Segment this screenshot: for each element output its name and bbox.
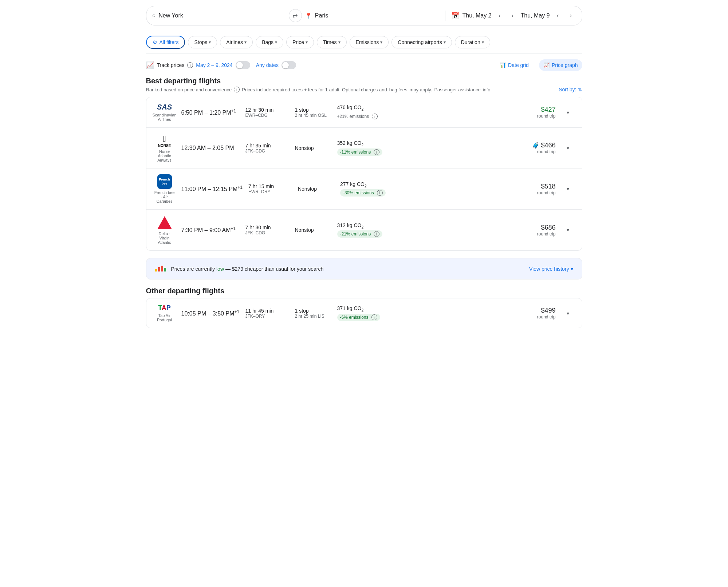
duration-chevron-icon: ▾ (482, 40, 484, 45)
stops-text: Nonstop (295, 227, 331, 233)
toggle-knob (236, 62, 243, 68)
route-text: JFK–ORY (245, 314, 289, 319)
emissions-section: 312 kg CO2 -21% emissions i (337, 222, 403, 238)
bag-fees-link[interactable]: bag fees (389, 87, 408, 92)
all-filters-button[interactable]: ⚙ All filters (146, 36, 185, 49)
track-prices-toggle[interactable] (236, 61, 250, 69)
subtitle-info-icon[interactable]: i (234, 87, 240, 92)
date-grid-button[interactable]: 📊 Date grid (495, 59, 533, 71)
emissions-section: 371 kg CO2 -6% emissions i (337, 305, 403, 321)
track-info-icon[interactable]: i (187, 62, 193, 68)
stops-chevron-icon: ▾ (209, 40, 211, 45)
times-filter-button[interactable]: Times ▾ (317, 36, 347, 48)
co2-text: 277 kg CO2 (340, 181, 406, 188)
airlines-filter-button[interactable]: Airlines ▾ (220, 36, 253, 48)
airline-name: Scandinavian Airlines (152, 113, 176, 122)
return-prev-button[interactable]: ‹ (553, 11, 563, 21)
airlines-chevron-icon: ▾ (244, 40, 247, 45)
price-label: Price (292, 39, 304, 45)
emissions-badge: -11% emissions i (337, 148, 383, 156)
svg-rect-0 (155, 269, 157, 271)
destination-text: Paris (315, 12, 328, 19)
duration-text: 7 hr 30 min (245, 225, 289, 230)
duration-section: 7 hr 15 min EWR–ORY (248, 183, 292, 194)
origin-input[interactable]: New York (158, 12, 286, 19)
airline-name: French bee · Air Caraibes (154, 190, 176, 203)
stops-section: 1 stop 2 hr 25 min LIS (295, 308, 331, 319)
return-date: Thu, May 9 (520, 12, 550, 19)
stops-detail-text: 2 hr 45 min OSL (295, 113, 331, 118)
depart-prev-button[interactable]: ‹ (494, 11, 504, 21)
expand-button[interactable]: ▾ (562, 223, 575, 237)
emissions-info-icon[interactable]: i (377, 190, 383, 196)
price-status: low (216, 266, 225, 272)
any-dates-group: Any dates (256, 61, 296, 69)
co2-text: 476 kg CO2 (337, 104, 403, 111)
swap-button[interactable]: ⇄ (289, 9, 302, 22)
duration-text: 11 hr 45 min (245, 308, 289, 314)
emissions-info-icon[interactable]: i (372, 114, 378, 119)
track-dates: May 2 – 9, 2024 (196, 62, 232, 68)
price-graph-button[interactable]: 📈 Price graph (539, 59, 582, 71)
airline-name: Delta · Virgin Atlantic (154, 231, 176, 245)
emissions-info-icon[interactable]: i (371, 314, 377, 320)
track-prices-left: 📈 Track prices i May 2 – 9, 2024 (146, 61, 250, 69)
price-chevron-icon: ▾ (306, 40, 308, 45)
price-graph-icon: 📈 (543, 62, 550, 68)
date-grid-icon: 📊 (500, 62, 506, 68)
depart-date: Thu, May 2 (462, 12, 491, 19)
price-amount: $499 (519, 307, 556, 314)
emissions-info-icon[interactable]: i (374, 149, 379, 155)
price-bar-text: Prices are currently low — $279 cheaper … (171, 266, 525, 272)
times-text: 7:30 PM – 9:00 AM+1 (181, 226, 240, 234)
passenger-link[interactable]: Passenger assistance (434, 87, 480, 92)
depart-date-group[interactable]: Thu, May 2 (462, 12, 491, 19)
any-dates-toggle[interactable] (282, 61, 296, 69)
view-price-history-button[interactable]: View price history ▾ (529, 266, 573, 272)
flight-row[interactable]: Frenchbee French bee · Air Caraibes 11:0… (146, 168, 582, 210)
stops-filter-button[interactable]: Stops ▾ (188, 36, 217, 48)
track-prices-graph-icon: 📈 (146, 61, 154, 69)
sort-by-label: Sort by: (559, 87, 576, 92)
price-filter-button[interactable]: Price ▾ (286, 36, 314, 48)
times-text: 11:00 PM – 12:15 PM+1 (181, 185, 243, 193)
return-next-button[interactable]: › (566, 11, 576, 21)
flight-row[interactable]: Delta · Virgin Atlantic 7:30 PM – 9:00 A… (146, 210, 582, 250)
emissions-filter-button[interactable]: Emissions ▾ (350, 36, 389, 48)
sort-by-button[interactable]: Sort by: ⇅ (559, 87, 582, 92)
connecting-airports-filter-button[interactable]: Connecting airports ▾ (391, 36, 452, 48)
bags-filter-button[interactable]: Bags ▾ (256, 36, 283, 48)
airline-name: Tap Air Portugal (154, 313, 176, 322)
connecting-airports-label: Connecting airports (398, 39, 442, 45)
emissions-badge: -6% emissions i (337, 314, 380, 321)
expand-button[interactable]: ▾ (562, 182, 575, 195)
any-dates-toggle-knob (282, 62, 289, 68)
duration-filter-button[interactable]: Duration ▾ (455, 36, 490, 48)
price-section: $427 round trip (519, 106, 556, 119)
duration-section: 12 hr 30 min EWR–CDG (245, 107, 289, 118)
price-banner: Prices are currently low — $279 cheaper … (146, 258, 582, 279)
flight-row[interactable]: 𓅃 NORSE Norse Atlantic Airways 12:30 AM … (146, 128, 582, 168)
flight-row[interactable]: TAP Tap Air Portugal 10:05 PM – 3:50 PM+… (146, 298, 582, 328)
svg-rect-2 (161, 266, 163, 271)
may-apply-text: may apply. (410, 87, 432, 92)
expand-button[interactable]: ▾ (562, 106, 575, 119)
co2-text: 371 kg CO2 (337, 305, 403, 312)
flight-times: 7:30 PM – 9:00 AM+1 (181, 226, 240, 234)
search-bar: ○ New York ⇄ 📍 Paris 📅 Thu, May 2 ‹ › Th… (146, 6, 582, 25)
flight-row[interactable]: SAS Scandinavian Airlines 6:50 PM – 1:20… (146, 97, 582, 128)
stops-section: Nonstop (295, 145, 331, 151)
destination-input[interactable]: Paris (315, 12, 442, 19)
return-date-group[interactable]: Thu, May 9 (520, 12, 550, 19)
stops-section: 1 stop 2 hr 45 min OSL (295, 107, 331, 118)
sort-icon: ⇅ (578, 87, 582, 92)
emissions-info-icon[interactable]: i (374, 231, 379, 237)
all-filters-label: All filters (160, 39, 179, 45)
delta-logo-triangle (157, 216, 172, 229)
expand-button[interactable]: ▾ (562, 142, 575, 155)
expand-button[interactable]: ▾ (562, 307, 575, 320)
view-history-chevron-icon: ▾ (571, 266, 573, 272)
info-suffix-text: info. (483, 87, 492, 92)
price-section: $686 round trip (519, 224, 556, 237)
depart-next-button[interactable]: › (507, 11, 518, 21)
